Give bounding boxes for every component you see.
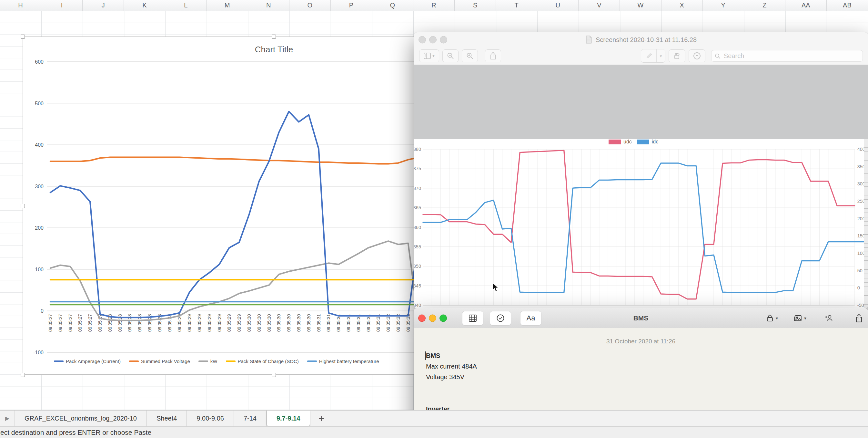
- legend-swatch: [54, 360, 64, 362]
- svg-text:09:05:27: 09:05:27: [78, 314, 83, 332]
- column-header-S[interactable]: S: [455, 0, 496, 11]
- sheet-tab-9-7-9-14[interactable]: 9.7-9.14: [267, 411, 310, 427]
- svg-text:09:05:31: 09:05:31: [366, 314, 371, 332]
- sheet-nav-arrow-icon[interactable]: ▶: [0, 411, 15, 427]
- column-header-O[interactable]: O: [289, 0, 331, 11]
- column-header-H[interactable]: H: [0, 0, 41, 11]
- column-header-L[interactable]: L: [165, 0, 207, 11]
- column-header-T[interactable]: T: [496, 0, 537, 11]
- preview-toolbar: ▾: [414, 47, 868, 65]
- svg-text:09:05:29: 09:05:29: [237, 314, 242, 332]
- svg-text:-100: -100: [33, 350, 43, 355]
- svg-text:100: 100: [857, 251, 864, 256]
- add-people-button[interactable]: [825, 313, 834, 324]
- svg-text:09:05:29: 09:05:29: [217, 314, 222, 332]
- column-header-AA[interactable]: AA: [785, 0, 827, 11]
- markup-pen-button[interactable]: [641, 50, 657, 62]
- excel-column-headers: HIJKLMNOPQRSTUVWXYZAAAB: [0, 0, 868, 11]
- zoom-window-button[interactable]: [439, 314, 447, 322]
- column-header-W[interactable]: W: [620, 0, 661, 11]
- chart-handle-top-middle[interactable]: [272, 35, 276, 39]
- status-bar-text: ect destination and press ENTER or choos…: [0, 429, 151, 436]
- sidebar-toggle-button[interactable]: ▾: [419, 50, 439, 62]
- minimize-button[interactable]: [429, 314, 436, 322]
- column-header-Q[interactable]: Q: [372, 0, 413, 11]
- column-header-P[interactable]: P: [331, 0, 372, 11]
- svg-text:355: 355: [414, 244, 421, 250]
- svg-text:100: 100: [35, 267, 43, 272]
- minimize-button[interactable]: [429, 36, 437, 43]
- legend-label: udc: [623, 139, 632, 145]
- add-sheet-button[interactable]: +: [310, 411, 333, 427]
- column-header-R[interactable]: R: [413, 0, 455, 11]
- close-button[interactable]: [418, 36, 426, 43]
- zoom-in-button[interactable]: [462, 50, 478, 62]
- search-field[interactable]: [711, 50, 863, 62]
- rotate-button[interactable]: [669, 50, 685, 62]
- lock-note-button[interactable]: ▾: [766, 313, 778, 324]
- svg-text:345: 345: [414, 283, 421, 288]
- column-header-AB[interactable]: AB: [827, 0, 868, 11]
- sheet-tab-sheet4[interactable]: Sheet4: [147, 411, 187, 427]
- svg-text:50: 50: [857, 268, 863, 273]
- zoom-out-button[interactable]: [442, 50, 459, 62]
- svg-text:09:05:27: 09:05:27: [88, 314, 93, 332]
- chart-handle-bottom-left[interactable]: [21, 373, 25, 377]
- notes-title-bar[interactable]: BMS Aa: [414, 308, 868, 328]
- desktop: HIJKLMNOPQRSTUVWXYZAAAB Chart Title60050…: [0, 0, 868, 438]
- legend-swatch: [129, 360, 139, 362]
- column-header-U[interactable]: U: [537, 0, 579, 11]
- column-header-I[interactable]: I: [41, 0, 83, 11]
- lock-icon: [766, 314, 774, 322]
- pen-icon: [646, 53, 652, 59]
- svg-text:09:05:31: 09:05:31: [356, 314, 361, 332]
- checklist-button[interactable]: [490, 311, 511, 325]
- chart-handle-bottom-middle[interactable]: [272, 373, 276, 377]
- svg-text:09:05:30: 09:05:30: [247, 314, 252, 332]
- image-edge-spreadsheet-sliver: [864, 139, 868, 309]
- chevron-down-icon: ▾: [804, 316, 806, 321]
- legend-item: Pack Amperage (Current): [54, 358, 121, 364]
- svg-text:340: 340: [414, 303, 421, 308]
- preview-window[interactable]: Screenshot 2020-10-31 at 11.16.28 ▾: [414, 32, 868, 309]
- markup-pen-dropdown[interactable]: ▾: [657, 50, 665, 62]
- chart-handle-left-middle[interactable]: [21, 204, 25, 208]
- table-icon: [468, 314, 477, 322]
- annotate-button[interactable]: [689, 50, 705, 62]
- column-header-J[interactable]: J: [83, 0, 124, 11]
- svg-text:09:05:32: 09:05:32: [385, 314, 391, 332]
- column-header-M[interactable]: M: [207, 0, 248, 11]
- column-header-Z[interactable]: Z: [744, 0, 785, 11]
- share-button[interactable]: [485, 50, 501, 62]
- share-note-button[interactable]: [855, 313, 863, 324]
- sheet-tab-7-14[interactable]: 7-14: [234, 411, 267, 427]
- sheet-tab-graf-excel-orionbms-log-2020-10[interactable]: GRAF_EXCEL_orionbms_log_2020-10: [15, 411, 147, 427]
- svg-text:Chart Title: Chart Title: [255, 45, 293, 54]
- note-line: [426, 382, 868, 393]
- zoom-window-button[interactable]: [440, 36, 447, 43]
- svg-text:09:05:30: 09:05:30: [267, 314, 272, 332]
- sheet-tab-9-00-9-06[interactable]: 9.00-9.06: [187, 411, 234, 427]
- svg-text:09:05:30: 09:05:30: [296, 314, 301, 332]
- note-line: BMS: [426, 350, 868, 361]
- preview-title-bar[interactable]: Screenshot 2020-10-31 at 11.16.28: [414, 32, 868, 47]
- column-header-X[interactable]: X: [661, 0, 703, 11]
- legend-label: Highest battery temperature: [319, 358, 379, 364]
- column-header-V[interactable]: V: [579, 0, 620, 11]
- legend-swatch: [307, 360, 317, 362]
- table-button[interactable]: [462, 311, 484, 325]
- svg-text:09:05:31: 09:05:31: [376, 314, 381, 332]
- svg-text:09:05:28: 09:05:28: [127, 314, 132, 332]
- note-line: [426, 393, 868, 404]
- column-header-Y[interactable]: Y: [703, 0, 744, 11]
- svg-text:-50: -50: [857, 303, 864, 308]
- column-header-K[interactable]: K: [124, 0, 165, 11]
- close-button[interactable]: [418, 314, 426, 322]
- svg-text:375: 375: [414, 166, 421, 171]
- search-input[interactable]: [723, 52, 859, 60]
- preview-content: 1105110711091111111311151117111911211123…: [414, 65, 868, 309]
- format-button[interactable]: Aa: [520, 311, 541, 325]
- media-button[interactable]: ▾: [794, 313, 806, 324]
- column-header-N[interactable]: N: [248, 0, 289, 11]
- chart-handle-top-left[interactable]: [21, 35, 25, 39]
